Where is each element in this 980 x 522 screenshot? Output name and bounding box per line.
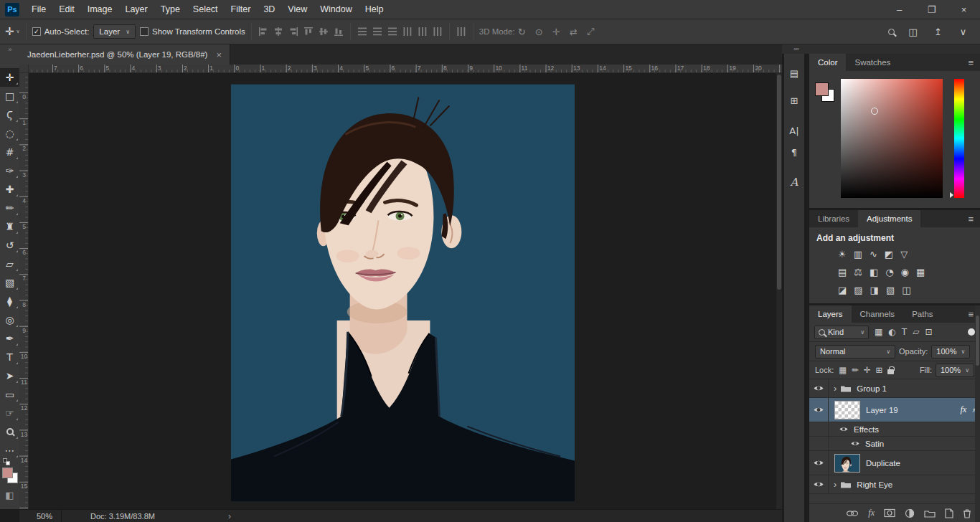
collapse-panels-icon[interactable]: «« [793,46,798,52]
layer-name[interactable]: Duplicate [866,459,900,468]
menu-select[interactable]: Select [187,0,225,19]
hue-slider[interactable] [954,79,964,198]
filter-adjustment-layers-icon[interactable]: ◐ [888,327,895,337]
color-lookup-icon[interactable]: ▦ [916,267,925,277]
visibility-eye-icon[interactable] [809,398,829,422]
panel-menu-icon[interactable]: ≡ [968,54,980,71]
rectangular-marquee-tool[interactable]: □ [0,87,19,105]
3d-orbit-icon[interactable]: ↻ [515,27,529,37]
vibrance-icon[interactable]: ▽ [900,249,908,260]
document-image[interactable] [231,84,575,502]
layer-name[interactable]: Effects [854,425,879,434]
filter-kind-dropdown[interactable]: Kind ∨ [814,326,869,339]
visibility-eye-icon[interactable] [809,422,829,436]
dist-spacing-icon[interactable] [456,26,467,37]
tab-adjustments[interactable]: Adjustments [858,210,920,227]
align-left-icon[interactable] [258,26,269,37]
black-white-icon[interactable]: ◧ [870,267,878,277]
filter-type-layers-icon[interactable]: T [902,327,907,337]
layer-row-effects[interactable]: Effects [809,422,980,437]
character-panel-icon[interactable]: A| [784,125,804,136]
visibility-eye-icon[interactable] [809,451,829,475]
dist-right-icon[interactable] [432,26,443,37]
show-transform-checkbox[interactable] [140,27,149,36]
new-adjustment-layer-icon[interactable] [905,508,915,518]
ruler-origin-corner[interactable] [19,65,29,73]
menu-type[interactable]: Type [154,0,187,19]
history-brush-tool[interactable]: ↺ [0,236,19,255]
blend-mode-dropdown[interactable]: Normal ∨ [815,345,895,359]
filter-pixel-layers-icon[interactable]: ▦ [875,327,882,337]
photo-filter-icon[interactable]: ◔ [885,267,893,277]
exposure-icon[interactable]: ◩ [885,249,893,260]
clone-stamp-tool[interactable]: ♜ [0,217,19,236]
gradient-map-icon[interactable]: ▧ [886,285,895,295]
eyedropper-tool[interactable]: ✑ [0,161,19,180]
dodge-tool[interactable]: ◎ [0,310,19,329]
status-options-chevron-icon[interactable]: › [228,511,231,521]
dist-top-icon[interactable] [357,26,368,37]
align-center-h-icon[interactable] [273,26,284,37]
canvas-area[interactable]: 765432101234567891011121314151617181920 … [19,65,782,509]
align-top-icon[interactable] [303,26,314,37]
foreground-background-swatches[interactable] [815,82,837,104]
tab-channels[interactable]: Channels [852,305,904,323]
edit-toolbar-tool[interactable]: ⋯ [0,441,19,460]
quick-mask-icon[interactable]: ◧ [0,490,19,500]
new-group-icon[interactable] [924,509,936,518]
zoom-tool[interactable] [0,422,19,441]
expand-arrow-icon[interactable]: › [834,479,837,490]
workspace-caret-icon[interactable]: ∨ [956,27,970,37]
menu-help[interactable]: Help [359,0,390,19]
3d-slide-icon[interactable]: ⇄ [567,27,580,37]
scrollbar-thumb[interactable] [976,315,979,366]
tab-close-icon[interactable]: × [216,49,222,60]
align-center-v-icon[interactable] [318,26,329,37]
threshold-icon[interactable]: ◨ [870,285,879,295]
foreground-color-swatch[interactable] [2,468,13,478]
menu-layer[interactable]: Layer [118,0,154,19]
lock-all-icon[interactable] [887,369,894,374]
layer-row-duplicate[interactable]: Duplicate [809,451,980,475]
auto-select-checkbox[interactable]: ✓ [32,27,41,36]
levels-icon[interactable]: ▥ [854,249,862,260]
visibility-eye-icon[interactable] [809,379,829,397]
quick-selection-tool[interactable]: ◌ [0,124,19,143]
lock-position-icon[interactable]: ✛ [864,365,871,375]
gradient-tool[interactable]: ▧ [0,273,19,292]
align-bottom-icon[interactable] [333,26,344,37]
dist-left-icon[interactable] [402,26,413,37]
posterize-icon[interactable]: ▨ [854,285,862,295]
close-button[interactable]: × [948,0,980,19]
blur-tool[interactable]: ⧫ [0,292,19,310]
zoom-level[interactable]: 50% [19,510,62,522]
lock-transparency-icon[interactable]: ▦ [839,365,847,375]
fill-dropdown[interactable]: 100% ∨ [936,364,974,377]
layer-style-icon[interactable]: fx [868,508,875,518]
lock-artboard-icon[interactable]: ⊞ [875,365,882,375]
new-layer-icon[interactable] [945,508,953,518]
layer-name[interactable]: Group 1 [857,384,887,393]
menu-image[interactable]: Image [81,0,119,19]
minimize-button[interactable]: – [883,0,915,19]
visibility-eye-icon[interactable] [839,427,848,432]
workspace-icon[interactable]: ◫ [906,27,920,37]
color-balance-icon[interactable]: ⚖ [854,267,862,277]
spot-healing-brush-tool[interactable]: ✚ [0,180,19,199]
menu-3d[interactable]: 3D [257,0,281,19]
tab-paths[interactable]: Paths [903,305,941,323]
layer-row-right-eye[interactable]: ›Right Eye [809,475,980,494]
lock-pixels-icon[interactable]: ✏ [852,365,859,375]
toolbar-collapse-icon[interactable]: » [0,44,19,54]
hand-tool[interactable]: ☞ [0,404,19,422]
layer-row-satin[interactable]: Satin [809,437,980,451]
document-tab[interactable]: JaedenLieberher.psd @ 50% (Layer 19, RGB… [19,44,230,65]
eraser-tool[interactable]: ▱ [0,255,19,273]
selective-color-icon[interactable]: ◫ [902,285,910,295]
align-right-icon[interactable] [288,26,299,37]
filter-toggle-icon[interactable] [968,328,975,336]
tab-swatches[interactable]: Swatches [846,54,899,71]
menu-edit[interactable]: Edit [52,0,81,19]
brightness-contrast-icon[interactable]: ☀ [838,249,847,260]
auto-select-target-dropdown[interactable]: Layer ∨ [93,24,136,39]
